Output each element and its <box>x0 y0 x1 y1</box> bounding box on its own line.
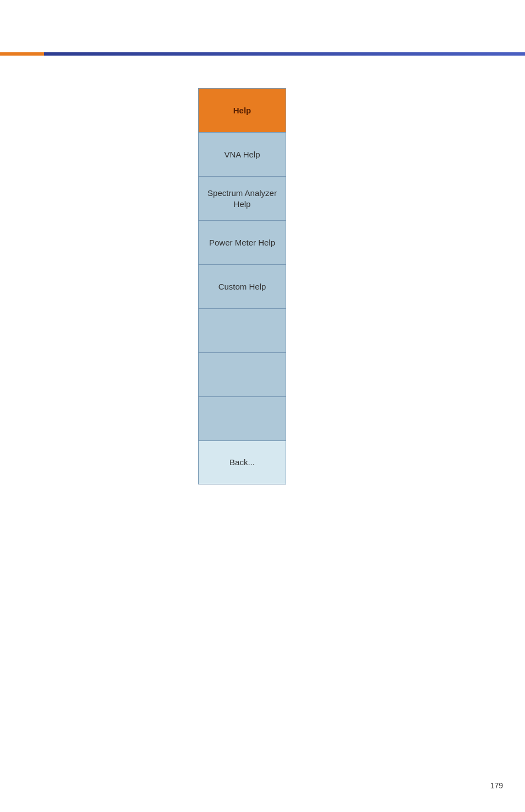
menu-btn-custom-help[interactable]: Custom Help <box>198 264 286 308</box>
orange-accent <box>0 52 44 56</box>
menu-btn-empty3[interactable] <box>198 396 286 440</box>
page-number: 179 <box>490 781 503 790</box>
menu-btn-power-meter-help[interactable]: Power Meter Help <box>198 220 286 264</box>
menu-btn-empty2[interactable] <box>198 352 286 396</box>
top-bar <box>0 52 525 56</box>
menu-btn-back[interactable]: Back... <box>198 440 286 484</box>
menu-btn-empty1[interactable] <box>198 308 286 352</box>
menu-btn-vna-help[interactable]: VNA Help <box>198 132 286 176</box>
menu-btn-help[interactable]: Help <box>198 88 286 132</box>
menu-btn-spectrum-analyzer-help[interactable]: Spectrum Analyzer Help <box>198 176 286 220</box>
menu-container: HelpVNA HelpSpectrum Analyzer HelpPower … <box>198 88 286 484</box>
